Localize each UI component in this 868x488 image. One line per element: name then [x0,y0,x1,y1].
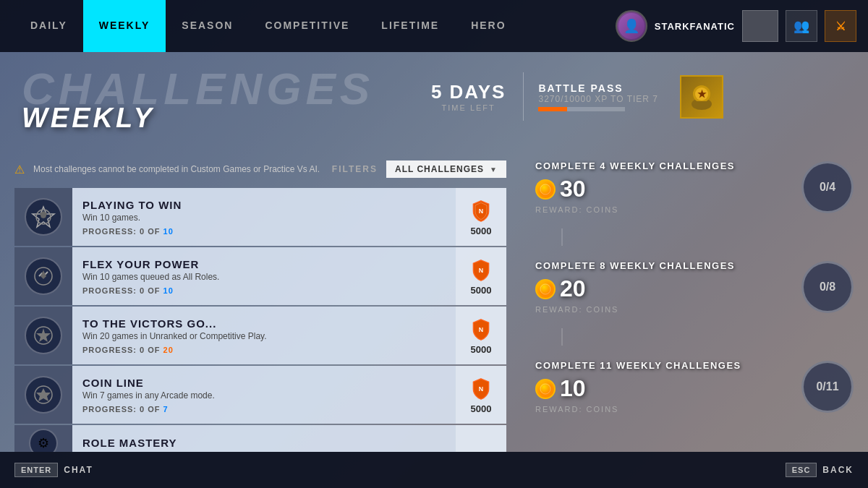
challenge-xp-area [456,425,506,452]
tab-season[interactable]: SEASON [166,0,249,52]
tab-daily[interactable]: DAILY [14,0,83,52]
milestone-title: COMPLETE 8 WEEKLY CHALLENGES [535,260,790,271]
svg-text:N: N [479,385,483,392]
esc-key-hint: ESC [786,463,817,477]
svg-rect-4 [693,101,710,106]
milestone-info: COMPLETE 8 WEEKLY CHALLENGES [535,260,790,314]
battle-pass-icon[interactable]: ★ [680,75,723,119]
challenge-name: TO THE VICTORS GO... [82,317,446,330]
tab-weekly[interactable]: WEEKLY [83,0,166,52]
milestone-divider [561,328,563,346]
challenge-name: PLAYING TO WIN [82,199,446,211]
avatar-icon: 👤 [618,13,644,39]
challenge-progress-text: PROGRESS: 0 OF 10 [82,286,446,295]
filter-label: FILTERS [332,164,378,174]
tab-hero[interactable]: HERO [455,0,522,52]
challenge-info: TO THE VICTORS GO... Win 20 games in Unr… [72,307,456,364]
svg-text:★: ★ [697,88,707,100]
progress-total: 20 [163,346,174,354]
social-button[interactable]: 👥 [786,10,817,42]
coin-icon [535,379,556,399]
battle-pass-progress-bar [538,107,625,111]
back-button[interactable]: ESC BACK [786,463,854,477]
chevron-down-icon: ▼ [490,166,498,174]
challenge-info: COIN LINE Win 7 games in any Arcade mode… [72,366,456,424]
challenge-progress-text: PROGRESS: 0 OF 10 [82,227,446,236]
reward-label: REWARD: COINS [535,405,790,414]
challenge-desc: Win 10 games. [82,213,446,223]
enter-key-hint: ENTER [14,463,58,477]
challenge-name: FLEX YOUR POWER [82,258,446,270]
challenge-xp-icon: N [468,376,494,402]
milestone-reward: 10 [535,375,790,402]
milestone-progress-circle-4: 0/4 [801,161,854,213]
challenge-icon-area [14,188,72,246]
time-left-value: 5 DAYS [431,81,506,103]
milestone-divider [561,228,563,246]
challenge-item-coin-line[interactable]: COIN LINE Win 7 games in any Arcade mode… [14,366,506,424]
milestone-progress-text: 0/11 [816,380,838,393]
challenge-icon-area: ⚙ [14,425,72,452]
challenge-xp-icon: N [468,198,494,224]
coin-amount: 20 [560,275,586,302]
milestone-reward: 20 [535,275,790,302]
back-label: BACK [822,465,854,475]
challenge-desc: Win 20 games in Unranked or Competitive … [82,331,446,341]
challenge-icon-victors [25,317,62,354]
challenge-icon-coin [25,376,62,414]
challenge-xp-area: N 5000 [456,247,506,305]
progress-total: 7 [163,405,169,414]
progress-current: 0 [140,227,145,236]
challenge-item-to-the-victors[interactable]: TO THE VICTORS GO... Win 20 games in Unr… [14,307,506,364]
reward-label: REWARD: COINS [535,205,790,214]
xp-value: 5000 [471,403,492,414]
challenge-list: PLAYING TO WIN Win 10 games. PROGRESS: 0… [14,188,506,452]
battle-pass-title: BATTLE PASS [538,82,658,94]
challenge-name: ROLE MASTERY [82,437,446,449]
chat-button[interactable]: ENTER CHAT [14,463,93,477]
challenges-panel: ⚠ Most challenges cannot be completed in… [0,153,521,452]
user-avatar: 👤 [616,10,647,42]
coin-icon [535,179,556,200]
challenge-info: ROLE MASTERY [72,425,456,452]
filter-dropdown[interactable]: ALL CHALLENGES ▼ [386,160,506,178]
challenge-item-playing-to-win[interactable]: PLAYING TO WIN Win 10 games. PROGRESS: 0… [14,188,506,246]
challenge-icon-area [14,366,72,424]
challenge-icon-flex [25,257,62,295]
challenge-desc: Win 10 games queued as All Roles. [82,272,446,282]
milestone-item-8: COMPLETE 8 WEEKLY CHALLENGES [535,260,854,314]
challenge-item-flex-your-power[interactable]: FLEX YOUR POWER Win 10 games queued as A… [14,247,506,305]
progress-current: 0 [140,286,145,295]
challenge-xp-area: N 5000 [456,366,506,424]
currency-button[interactable]: ⚔ [825,10,856,42]
svg-text:N: N [479,266,483,273]
tab-competitive[interactable]: COMPETITIVE [249,0,365,52]
challenge-icon-area [14,247,72,305]
svg-text:N: N [479,207,483,214]
nav-tabs: DAILY WEEKLY SEASON COMPETITIVE LIFETIME… [0,0,522,52]
main-content: ⚠ Most challenges cannot be completed in… [0,153,868,452]
challenge-xp-icon: N [468,317,494,343]
challenge-info: PLAYING TO WIN Win 10 games. PROGRESS: 0… [72,188,456,246]
progress-total: 10 [163,227,174,236]
challenge-desc: Win 7 games in any Arcade mode. [82,390,446,401]
coin-amount: 30 [560,176,586,202]
challenge-progress-text: PROGRESS: 0 OF 7 [82,405,446,414]
challenge-item-role-mastery[interactable]: ⚙ ROLE MASTERY [14,425,506,452]
milestone-title: COMPLETE 11 WEEKLY CHALLENGES [535,360,790,371]
battle-pass-box: BATTLE PASS 3270/10000 XP TO TIER 7 [524,74,673,120]
top-navigation: DAILY WEEKLY SEASON COMPETITIVE LIFETIME… [0,0,868,52]
xp-value: 5000 [471,344,492,355]
chat-label: CHAT [64,465,93,475]
coin-icon [535,279,556,299]
progress-total: 10 [163,286,174,295]
challenge-xp-icon: N [468,257,494,283]
challenge-icon-role: ⚙ [29,429,58,452]
nav-right-area: 👤 STARKFANATIC 👥 ⚔ [616,10,868,42]
battle-pass-xp: 3270/10000 XP TO TIER 7 [538,94,658,104]
challenge-xp-area: N 5000 [456,307,506,364]
profile-card-button[interactable] [742,10,778,42]
battle-pass-info: 5 DAYS TIME LEFT BATTLE PASS 3270/10000 … [414,72,723,121]
progress-current: 0 [140,346,145,354]
tab-lifetime[interactable]: LIFETIME [365,0,455,52]
